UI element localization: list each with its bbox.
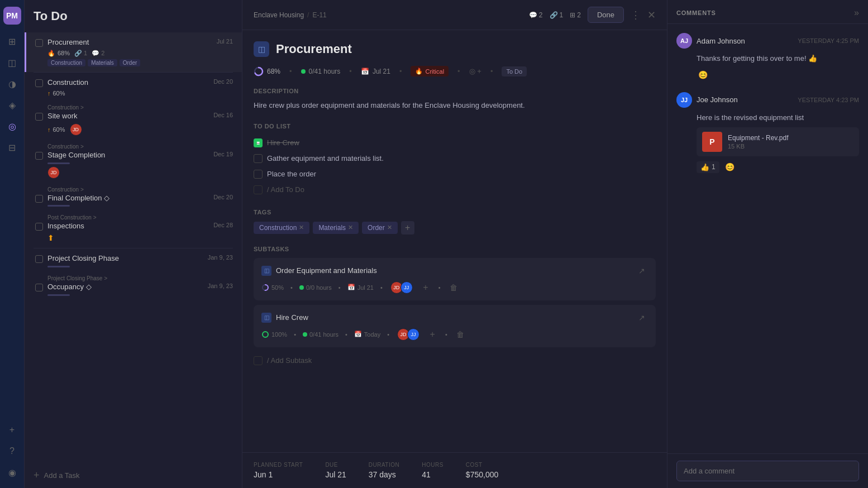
nav-board-icon[interactable]: ◫ [3, 54, 21, 71]
add-todo-row[interactable]: / Add To Do [254, 182, 656, 198]
duration-value: 37 days [369, 470, 399, 479]
comment-text-adam: Thanks for getting this over to me! 👍 [697, 53, 859, 64]
subtask-actions-order: ↗ [636, 265, 648, 277]
hours-label: HOURS [422, 462, 443, 468]
subtask-header-order: ◫ Order Equipment and Materials ↗ [261, 265, 648, 277]
duration-label: DURATION [369, 462, 399, 468]
add-assignee-order[interactable]: + [419, 281, 432, 294]
subtask-avatars-hire: JD JJ [397, 328, 419, 341]
assignee-icon[interactable]: ◎ + [469, 67, 481, 75]
nav-add-icon[interactable]: + [3, 421, 21, 439]
comment-input-area [667, 453, 868, 488]
separator-dot3: • [399, 67, 402, 75]
external-link-icon-order[interactable]: ↗ [636, 265, 648, 277]
comment-reactions-adam: 😊 [697, 69, 859, 81]
todo-check-2[interactable] [254, 154, 263, 163]
task-date-final: Dec 20 [213, 194, 233, 200]
task-name-closing: Project Closing Phase [47, 254, 119, 264]
breadcrumb: Enclave Housing / E-11 [254, 11, 327, 19]
tag-close-materials[interactable]: ✕ [348, 224, 353, 231]
task-checkbox-final[interactable] [35, 195, 43, 203]
add-subtask-row[interactable]: / Add Subtask [254, 352, 656, 370]
task-checkbox-procurement[interactable] [35, 39, 43, 47]
subtask-date-hire: 📅 Today [354, 331, 380, 338]
subtask-sep7: • [387, 331, 389, 338]
subtask-icon-hire: ◫ [261, 313, 271, 323]
attachment-size-joe: 15 KB [728, 143, 789, 150]
task-item-final-completion[interactable]: Construction > Final Completion ◇ Dec 20 [25, 184, 242, 213]
delete-subtask-hire[interactable]: 🗑 [454, 328, 466, 341]
task-checkbox-construction[interactable] [35, 79, 43, 87]
todo-item-3: Place the order [254, 166, 656, 182]
task-item-closing[interactable]: Project Closing Phase Jan 9, 23 [25, 248, 242, 273]
tag-close-construction[interactable]: ✕ [299, 224, 304, 231]
task-checkbox-stage[interactable] [35, 152, 43, 160]
nav-docs-icon[interactable]: ⊟ [3, 138, 21, 156]
subtask-pct-order: 50% [271, 284, 284, 291]
date-status: 📅 Jul 21 [361, 68, 390, 75]
comment-header-joe: JJ Joe Johnson YESTERDAY 4:23 PM [676, 92, 859, 108]
add-task-row[interactable]: + Add a Task [25, 463, 242, 488]
task-checkbox-sitework[interactable] [35, 113, 43, 121]
task-checkbox-closing[interactable] [35, 255, 43, 263]
nav-help-icon[interactable]: ? [3, 442, 21, 460]
separator-dot1: • [289, 67, 292, 75]
link-icon: 🔗 1 [74, 50, 87, 57]
task-checkbox-occupancy[interactable] [35, 284, 43, 291]
task-panel-title: To Do [34, 9, 68, 23]
cal-icon-hire: 📅 [354, 331, 362, 338]
nav-reports-icon[interactable]: ◈ [3, 96, 21, 114]
avatar-order-2: JJ [400, 281, 413, 294]
fire-priority-icon: 🔥 [415, 68, 423, 75]
task-item-procurement[interactable]: Procurement Jul 21 🔥 68% 🔗 1 💬 2 Constru… [25, 32, 242, 72]
task-item-sitework[interactable]: Construction > Site work Dec 16 ↑ 60% JD [25, 102, 242, 141]
emoji-reaction-btn-adam[interactable]: 😊 [697, 69, 709, 81]
delete-subtask-order[interactable]: 🗑 [447, 281, 460, 294]
add-assignee-hire[interactable]: + [426, 328, 438, 341]
cost-label: COST [466, 462, 498, 468]
nav-timeline-icon[interactable]: ◑ [3, 75, 21, 93]
task-item-inspections[interactable]: Post Construction > Inspections Dec 28 ⬆ [25, 212, 242, 248]
task-main-title: Procurement [276, 42, 656, 56]
description-section-label: DESCRIPTION [254, 88, 656, 94]
todo-check-1[interactable]: ■ [254, 138, 263, 147]
progress-bar-occupancy [47, 294, 70, 296]
nav-dashboard-icon[interactable]: ⊞ [3, 32, 21, 50]
avatar-adam: AJ [676, 33, 692, 49]
subtask-icon-header: ⊞ [570, 11, 575, 19]
due-date-label: Jul 21 [373, 68, 390, 75]
comment-name-adam: Adam Johnson [697, 37, 745, 45]
breadcrumb-project[interactable]: Enclave Housing [254, 11, 304, 19]
task-parent-occupancy: Project Closing Phase > [47, 275, 233, 281]
nav-members-icon[interactable]: ◎ [3, 117, 21, 135]
detail-panel: Enclave Housing / E-11 💬 2 🔗 1 ⊞ 2 Done [242, 0, 667, 488]
comment-input[interactable] [676, 461, 859, 481]
tag-add-button[interactable]: + [401, 221, 414, 235]
arrow-inspections: ⬆ [47, 233, 54, 242]
todo-list-label: TO DO LIST [254, 123, 656, 130]
subtask-date-order: 📅 Jul 21 [347, 284, 374, 291]
task-checkbox-inspections[interactable] [35, 223, 43, 231]
external-link-icon-hire[interactable]: ↗ [636, 312, 648, 324]
task-name-sitework: Site work [47, 112, 77, 121]
done-button[interactable]: Done [588, 7, 624, 23]
subtask-sep6: • [345, 331, 347, 338]
detail-header: Enclave Housing / E-11 💬 2 🔗 1 ⊞ 2 Done [242, 0, 667, 30]
tag-close-order[interactable]: ✕ [387, 224, 392, 231]
task-item-occupancy[interactable]: Project Closing Phase > Occupancy ◇ Jan … [25, 273, 242, 302]
collapse-comments-icon[interactable]: » [854, 8, 859, 18]
close-icon[interactable]: ✕ [647, 9, 656, 21]
emoji-reaction-btn-joe[interactable]: 😊 [724, 161, 736, 173]
todo-item-2: Gather equipment and materials list. [254, 151, 656, 166]
task-item-stage-completion[interactable]: Construction > Stage Completion Dec 19 J… [25, 141, 242, 184]
task-name-occupancy: Occupancy ◇ [47, 283, 92, 292]
todo-check-3[interactable] [254, 170, 263, 179]
task-item-construction[interactable]: Construction Dec 20 ↑ 60% [25, 73, 242, 102]
more-options-icon[interactable]: ⋮ [631, 9, 641, 21]
comment-attachment-joe[interactable]: P Equipment - Rev.pdf 15 KB [697, 127, 859, 156]
arrow-up-icon: ↑ [47, 90, 51, 97]
subtask-card-order: ◫ Order Equipment and Materials ↗ 50% [254, 258, 656, 300]
comment-item-adam: AJ Adam Johnson YESTERDAY 4:25 PM Thanks… [676, 33, 859, 81]
reaction-thumbsup-joe[interactable]: 👍 1 [697, 161, 719, 173]
nav-user-icon[interactable]: ◉ [3, 463, 21, 481]
